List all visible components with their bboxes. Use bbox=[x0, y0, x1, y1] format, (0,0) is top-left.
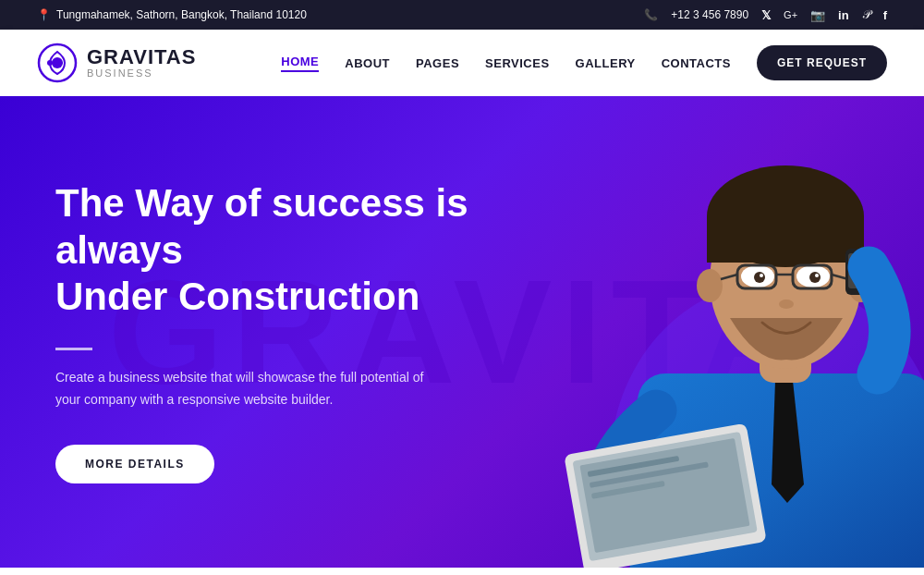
phone-icon: 📞 bbox=[644, 8, 658, 21]
hero-person-image bbox=[517, 96, 924, 568]
nav-services[interactable]: SERVICES bbox=[485, 56, 550, 70]
phone-text: +12 3 456 7890 bbox=[671, 8, 748, 21]
top-bar-contact: 📞 +12 3 456 7890 𝕏 G+ 📷 in 𝒫 f bbox=[644, 7, 887, 22]
social-twitter[interactable]: 𝕏 bbox=[761, 8, 771, 22]
top-bar-address: 📍 Tungmahamek, Sathorn, Bangkok, Thailan… bbox=[37, 8, 307, 21]
header: GRAVITAS BUSINESS HOME ABOUT PAGES SERVI… bbox=[0, 30, 924, 96]
hero-divider bbox=[55, 348, 92, 350]
social-google[interactable]: G+ bbox=[784, 9, 797, 20]
nav-gallery[interactable]: GALLERY bbox=[576, 56, 636, 70]
nav-pages[interactable]: PAGES bbox=[416, 56, 459, 70]
logo-name: GRAVITAS bbox=[87, 47, 196, 67]
hero-section: GRAVITA The Way of success is always Und… bbox=[0, 96, 924, 568]
location-icon: 📍 bbox=[37, 8, 51, 21]
social-linkedin[interactable]: in bbox=[838, 8, 849, 22]
hero-description: Create a business website that will show… bbox=[55, 367, 444, 411]
logo-icon bbox=[37, 43, 78, 83]
social-instagram[interactable]: 📷 bbox=[810, 8, 825, 22]
main-nav: HOME ABOUT PAGES SERVICES GALLERY CONTAC… bbox=[281, 45, 887, 80]
get-request-button[interactable]: GET REQUEST bbox=[757, 45, 887, 80]
nav-contacts[interactable]: CONTACTS bbox=[662, 56, 731, 70]
social-pinterest[interactable]: 𝒫 bbox=[862, 7, 870, 22]
svg-rect-11 bbox=[707, 216, 864, 263]
svg-point-22 bbox=[809, 272, 821, 283]
more-details-button[interactable]: MORE DETAILS bbox=[55, 445, 214, 483]
address-text: Tungmahamek, Sathorn, Bangkok, Thailand … bbox=[56, 8, 307, 21]
svg-point-21 bbox=[754, 272, 765, 283]
svg-point-25 bbox=[779, 300, 794, 309]
hero-content: The Way of success is always Under Const… bbox=[0, 180, 573, 483]
svg-point-23 bbox=[760, 274, 763, 277]
logo-sub: BUSINESS bbox=[87, 67, 196, 79]
svg-point-2 bbox=[47, 60, 53, 66]
logo: GRAVITAS BUSINESS bbox=[37, 43, 196, 83]
social-facebook[interactable]: f bbox=[883, 8, 887, 22]
hero-title: The Way of success is always Under Const… bbox=[55, 180, 517, 320]
svg-point-12 bbox=[697, 269, 723, 302]
nav-home[interactable]: HOME bbox=[281, 55, 319, 72]
top-bar: 📍 Tungmahamek, Sathorn, Bangkok, Thailan… bbox=[0, 0, 924, 30]
nav-about[interactable]: ABOUT bbox=[345, 56, 390, 70]
svg-point-24 bbox=[815, 274, 819, 277]
